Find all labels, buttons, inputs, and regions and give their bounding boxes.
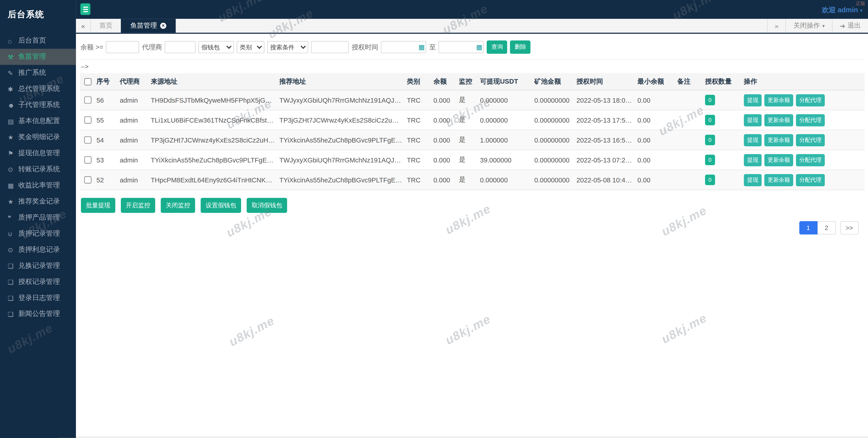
tab-bar: « 首页 鱼苗管理 × » 关闭操作 ▾ ➔ 退出 <box>76 19 868 34</box>
balance-input[interactable] <box>106 41 140 53</box>
sidebar-item-home[interactable]: ⌂后台首页 <box>0 33 76 49</box>
row-checkbox[interactable] <box>84 96 92 104</box>
sidebar-item-news-notice[interactable]: ❏新闻公告管理 <box>0 306 76 322</box>
withdraw-button[interactable]: 提现 <box>744 94 762 106</box>
set-fake-wallet-button[interactable]: 设置假钱包 <box>201 198 241 213</box>
assign-agent-button[interactable]: 分配代理 <box>796 94 825 106</box>
sidebar-item-exchange-record[interactable]: ❏兑换记录管理 <box>0 258 76 274</box>
category-select[interactable]: 类别 <box>237 41 265 53</box>
search-condition-select[interactable]: 搜索条件 <box>267 41 308 53</box>
star-icon: ★ <box>8 133 18 141</box>
sidebar-item-label: 质押记录管理 <box>18 229 60 239</box>
tabs-scroll-left-button[interactable]: « <box>76 19 91 33</box>
assign-agent-button[interactable]: 分配代理 <box>796 174 825 186</box>
sidebar-item-label: 奖金明细记录 <box>18 132 60 142</box>
logout-button[interactable]: ➔ 退出 <box>832 19 868 33</box>
update-balance-button[interactable]: 更新余额 <box>765 174 793 186</box>
close-icon[interactable]: × <box>160 23 166 29</box>
sidebar-item-label: 总代管理系统 <box>18 84 60 94</box>
page-2[interactable]: 2 <box>817 221 836 234</box>
tabbar-right: » 关闭操作 ▾ ➔ 退出 <box>767 19 868 33</box>
column-header: 推荐地址 <box>277 73 405 90</box>
sidebar-item-fry-manage[interactable]: ⚒鱼苗管理 <box>0 49 76 65</box>
column-header: 操作 <box>742 73 865 90</box>
sidebar-item-sub-agent[interactable]: ☻子代管理系统 <box>0 97 76 113</box>
withdraw-button[interactable]: 提现 <box>744 174 762 186</box>
query-button[interactable]: 查询 <box>487 40 507 54</box>
tag-icon: ⚑ <box>8 149 18 157</box>
update-balance-button[interactable]: 更新余额 <box>765 94 793 106</box>
sidebar-item-bonus-detail[interactable]: ★奖金明细记录 <box>0 129 76 145</box>
header-checkbox-cell <box>80 73 94 90</box>
column-header: 授权数量 <box>703 73 742 90</box>
arrow-note: --> <box>80 60 865 72</box>
enable-monitor-button[interactable]: 开启监控 <box>121 198 155 213</box>
sidebar-item-profit-ratio[interactable]: ▦收益比率管理 <box>0 178 76 193</box>
cancel-fake-wallet-button[interactable]: 取消假钱包 <box>247 198 287 213</box>
assign-agent-button[interactable]: 分配代理 <box>796 134 825 146</box>
sidebar-item-pledge-record[interactable]: ∪质押记录管理 <box>0 226 76 242</box>
cell-referrer: TWJyxyXGbiUQh7RrrGMchNz191AQJFruTk <box>277 90 405 110</box>
sidebar-item-label: 收益比率管理 <box>18 181 60 190</box>
sidebar-item-transfer-record[interactable]: ⊙转账记录系统 <box>0 161 76 178</box>
row-checkbox[interactable] <box>84 156 92 164</box>
cell-no: 56 <box>94 90 118 110</box>
cell-type: TRC <box>405 90 431 110</box>
welcome-text: 欢迎 admin <box>822 6 858 14</box>
select-all-checkbox[interactable] <box>84 78 92 85</box>
power-icon: ⊙ <box>8 165 18 173</box>
update-balance-button[interactable]: 更新余额 <box>765 154 793 166</box>
auth-time-end-input[interactable] <box>439 41 484 53</box>
page-next[interactable]: >> <box>840 221 859 234</box>
withdraw-button[interactable]: 提现 <box>744 154 762 166</box>
user-menu[interactable]: 欢迎 admin ▾ <box>822 5 862 15</box>
sidebar-item-basic-config[interactable]: ▤基本信息配置 <box>0 113 76 129</box>
fake-wallet-select[interactable]: 假钱包 <box>199 41 234 53</box>
close-operations-menu[interactable]: 关闭操作 ▾ <box>786 19 832 33</box>
tab-fry-manage[interactable]: 鱼苗管理 × <box>121 19 176 33</box>
tabs-scroll-right-button[interactable]: » <box>767 19 785 33</box>
row-checkbox[interactable] <box>84 176 92 184</box>
sidebar-item-auth-record[interactable]: ❏授权记录管理 <box>0 274 76 290</box>
search-value-input[interactable] <box>311 41 349 53</box>
sidebar-item-pledge-interest[interactable]: ⊙质押利息记录 <box>0 242 76 258</box>
cell-type: TRC <box>405 110 431 130</box>
batch-withdraw-button[interactable]: 批量提现 <box>81 198 115 213</box>
cell-auth-count: 0 <box>703 90 742 110</box>
sidebar-item-withdraw-info[interactable]: ⚑提现信息管理 <box>0 145 76 161</box>
cell-actions: 提现更新余额分配代理 <box>742 110 865 130</box>
auth-time-start-input[interactable] <box>381 41 427 53</box>
sidebar: 后台系统 ⌂后台首页⚒鱼苗管理✎推广系统✱总代管理系统☻子代管理系统▤基本信息配… <box>0 0 76 438</box>
cell-source: TLi1xLU6BiFCEw361TNzCSoFnkCBfstzDT <box>149 110 277 130</box>
table-header-row: 序号代理商来源地址推荐地址类别余额监控可提现USDT矿池金额授权时间最小余额备注… <box>80 73 865 90</box>
hamburger-button[interactable] <box>81 3 90 15</box>
sidebar-item-pledge-product[interactable]: ❝质押产品管理 <box>0 210 76 226</box>
sidebar-item-referral-bonus[interactable]: ★推荐奖金记录 <box>0 193 76 210</box>
cell-balance: 0.000 <box>431 90 457 110</box>
withdraw-button[interactable]: 提现 <box>744 114 762 126</box>
row-checkbox[interactable] <box>84 117 92 124</box>
delete-button[interactable]: 删除 <box>510 40 531 54</box>
assign-agent-button[interactable]: 分配代理 <box>796 154 825 166</box>
sidebar-item-label: 授权记录管理 <box>18 277 60 287</box>
page-1[interactable]: 1 <box>799 221 817 234</box>
table-row: 56adminTH9DdsFSJTbMkQyweMH5FPhpX5jGKc7VD… <box>80 90 865 110</box>
sidebar-item-login-log[interactable]: ❏登录日志管理 <box>0 290 76 306</box>
assign-agent-button[interactable]: 分配代理 <box>796 114 825 126</box>
cell-auth_time: 2022-05-13 18:09:35 <box>574 90 635 110</box>
column-header: 备注 <box>675 73 703 90</box>
update-balance-button[interactable]: 更新余额 <box>765 114 793 126</box>
tab-home[interactable]: 首页 <box>91 19 121 33</box>
sidebar-item-label: 基本信息配置 <box>18 117 60 126</box>
update-balance-button[interactable]: 更新余额 <box>765 134 793 146</box>
column-header: 余额 <box>431 73 457 90</box>
sidebar-item-master-agent[interactable]: ✱总代管理系统 <box>0 81 76 97</box>
sidebar-item-promo-system[interactable]: ✎推广系统 <box>0 65 76 81</box>
row-checkbox[interactable] <box>84 136 92 144</box>
cell-balance: 0.000 <box>431 150 457 170</box>
cell-monitor: 是 <box>457 130 478 150</box>
withdraw-button[interactable]: 提现 <box>744 134 762 146</box>
disable-monitor-button[interactable]: 关闭监控 <box>161 198 195 213</box>
table-row: 55adminTLi1xLU6BiFCEw361TNzCSoFnkCBfstzD… <box>80 110 865 130</box>
agent-input[interactable] <box>165 41 196 53</box>
